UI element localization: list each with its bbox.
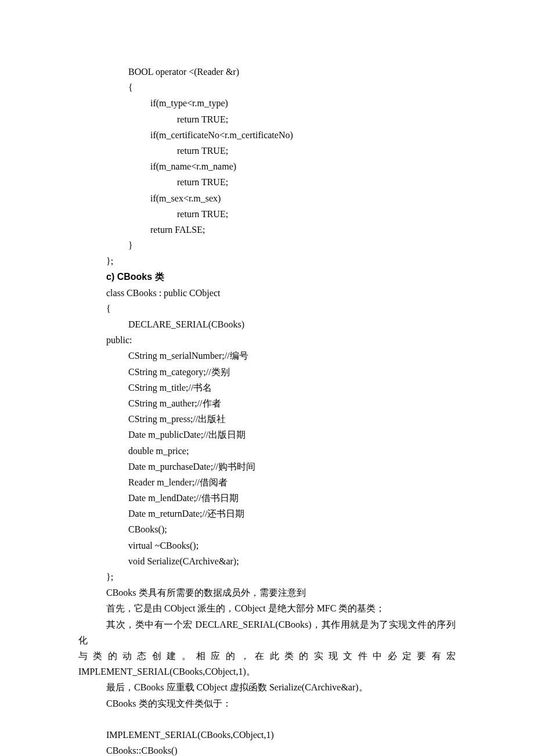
paragraph: 首先，它是由 CObject 派生的，CObject 是绝大部分 MFC 类的基…	[78, 600, 456, 616]
code-line: CString m_serialNumber;//编号	[78, 348, 456, 363]
code-line: return FALSE;	[78, 222, 456, 237]
code-line: CString m_category;//类别	[78, 364, 456, 380]
code-line: void Serialize(CArchive&ar);	[78, 553, 456, 569]
code-line: double m_price;	[78, 443, 456, 459]
code-line: BOOL operator <(Reader &r)	[78, 64, 456, 80]
paragraph: CBooks 类的实现文件类似于：	[78, 696, 456, 711]
code-line: virtual ~CBooks();	[78, 538, 456, 553]
code-line: Date m_purchaseDate;//购书时间	[78, 459, 456, 474]
code-line: public:	[78, 332, 456, 348]
code-line: if(m_type<r.m_type)	[78, 95, 456, 111]
code-line: CString m_auther;//作者	[78, 395, 456, 411]
code-line: {	[78, 301, 456, 316]
code-line: }	[78, 237, 456, 253]
code-line: if(m_name<r.m_name)	[78, 159, 456, 174]
paragraph: 最后，CBooks 应重载 CObject 虚拟函数 Serialize(CAr…	[78, 679, 456, 695]
code-line: Reader m_lender;//借阅者	[78, 474, 456, 490]
paragraph: IMPLEMENT_SERIAL(CBooks,CObject,1)。	[78, 664, 456, 679]
code-line: Date m_lendDate;//借书日期	[78, 490, 456, 506]
code-line: return TRUE;	[78, 174, 456, 190]
code-line: DECLARE_SERIAL(CBooks)	[78, 316, 456, 332]
document-page: BOOL operator <(Reader &r) { if(m_type<r…	[0, 0, 534, 756]
code-line: };	[78, 569, 456, 585]
code-line: Date m_publicDate;//出版日期	[78, 427, 456, 442]
code-line: {	[78, 80, 456, 95]
paragraph: CBooks 类具有所需要的数据成员外，需要注意到	[78, 585, 456, 600]
code-line: CString m_title;//书名	[78, 380, 456, 395]
code-line: return TRUE;	[78, 206, 456, 222]
code-line: };	[78, 253, 456, 269]
section-heading-cbooks: c) CBooks 类	[78, 269, 456, 285]
code-line: if(m_sex<r.m_sex)	[78, 190, 456, 206]
code-line: CString m_press;//出版社	[78, 411, 456, 427]
code-line: if(m_certificateNo<r.m_certificateNo)	[78, 127, 456, 143]
code-line: return TRUE;	[78, 111, 456, 127]
code-line: class CBooks : public CObject	[78, 285, 456, 301]
code-line: IMPLEMENT_SERIAL(CBooks,CObject,1)	[78, 727, 456, 743]
paragraph: 其次，类中有一个宏 DECLARE_SERIAL(CBooks)，其作用就是为了…	[78, 617, 456, 648]
code-line: return TRUE;	[78, 143, 456, 159]
code-line: CBooks::CBooks()	[78, 743, 456, 756]
code-line: Date m_returnDate;//还书日期	[78, 506, 456, 521]
code-line: CBooks();	[78, 521, 456, 537]
paragraph: 与类的动态创建。相应的，在此类的实现文件中必定要有宏	[78, 648, 456, 664]
blank-line	[78, 711, 456, 727]
